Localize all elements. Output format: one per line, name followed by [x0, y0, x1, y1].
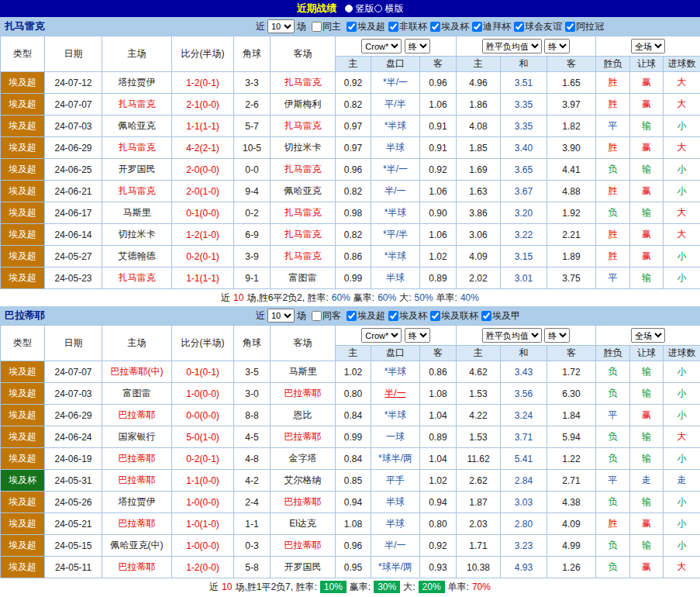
same-venue-checkbox[interactable]: [312, 311, 322, 321]
asian-handicap: *半球: [371, 116, 420, 137]
corner-count: 4-8: [234, 448, 271, 470]
stat-label: 大:: [403, 581, 415, 594]
score: 5-0(1-0): [172, 426, 234, 448]
score: 0-1(0-1): [172, 361, 234, 383]
league-checkbox[interactable]: [430, 311, 440, 321]
away-team: 扎马雷克: [271, 224, 336, 246]
league-filter[interactable]: 埃及联杯: [427, 309, 478, 323]
match-date: 24-07-12: [45, 72, 102, 94]
match-row: 埃及超24-06-24国家银行5-0(1-0)4-5巴拉蒂耶0.99一球0.89…: [1, 426, 700, 448]
asian-away-odds: 1.02: [420, 470, 457, 492]
odds-source-select[interactable]: Crow*: [361, 39, 402, 53]
league-checkbox[interactable]: [481, 311, 491, 321]
league-type-badge: 埃及杯: [1, 470, 45, 492]
away-team: 扎马雷克: [271, 159, 336, 181]
asian-home-odds: 1.02: [336, 361, 371, 383]
europe-odds-select[interactable]: 胜平负均值: [482, 39, 542, 53]
scope-select[interactable]: 全场: [631, 39, 665, 53]
asian-final-select[interactable]: 终: [405, 39, 430, 53]
league-filter[interactable]: 埃及杯: [385, 309, 427, 323]
match-row: 埃及超24-07-07扎马雷克2-1(0-0)2-6伊斯梅利0.82平/半1.0…: [1, 94, 700, 116]
section-header-team2: 巴拉蒂耶 近 10 场 同客 埃及超埃及杯埃及联杯埃及甲: [0, 306, 700, 325]
asian-away-odds: 1.06: [420, 224, 457, 246]
europe-final-select[interactable]: 终: [544, 39, 570, 53]
league-checkbox[interactable]: [514, 22, 524, 32]
league-checkbox[interactable]: [347, 311, 357, 321]
europe-odds-select[interactable]: 胜平负均值: [482, 328, 542, 343]
league-filter[interactable]: 埃及超: [343, 20, 385, 33]
sub-header-draw-odds: 和: [501, 346, 547, 361]
home-team: 切拉米卡: [102, 224, 172, 246]
handicap-result-indicator: 赢: [630, 513, 664, 535]
league-filter[interactable]: 埃及超: [343, 309, 385, 323]
europe-final-select[interactable]: 终: [544, 328, 570, 343]
scope-select[interactable]: 全场: [631, 328, 665, 343]
col-header-date: 日期: [45, 36, 102, 72]
asian-final-select[interactable]: 终: [405, 328, 430, 343]
league-filter-group: 埃及超埃及杯埃及联杯埃及甲: [343, 309, 520, 323]
col-header-away: 客场: [271, 326, 336, 361]
league-checkbox[interactable]: [347, 22, 357, 32]
layout-option[interactable]: 竖版: [345, 2, 374, 16]
radio-icon[interactable]: [374, 5, 382, 12]
asian-home-odds: 0.98: [336, 202, 371, 224]
layout-option[interactable]: 横版: [374, 2, 404, 16]
away-win-odds: 1.92: [547, 202, 596, 224]
stat-value: 40%: [460, 292, 479, 303]
recent-count-select[interactable]: 10: [267, 309, 295, 323]
asian-handicap: 半球: [371, 513, 420, 535]
match-date: 24-07-07: [45, 361, 102, 383]
score: 4-2(2-1): [172, 137, 234, 159]
goals-result-indicator: 小: [664, 492, 700, 513]
goals-result-indicator: 大: [664, 72, 700, 94]
league-filter[interactable]: 迪拜杯: [469, 20, 511, 33]
europe-odds-header-cell: 胜平负均值 终: [457, 326, 596, 346]
table-header: 类型 日期 主场 比分(半场) 角球 客场 Crow* 终 胜平负均值 终 全场…: [1, 326, 700, 361]
league-filter[interactable]: 阿拉冠: [562, 20, 604, 33]
same-venue-filter[interactable]: 同客: [309, 309, 341, 323]
home-win-odds: 3.06: [457, 224, 501, 246]
stat-value: 60%: [378, 292, 396, 303]
league-filter[interactable]: 球会友谊: [511, 20, 562, 33]
result-indicator: 负: [596, 448, 630, 470]
league-filter[interactable]: 非联杯: [385, 20, 427, 33]
asian-home-odds: 1.08: [336, 513, 371, 535]
match-date: 24-05-15: [45, 535, 102, 557]
draw-odds: 3.43: [501, 361, 547, 383]
league-type-badge: 埃及超: [1, 405, 45, 426]
home-team: 国家银行: [102, 426, 172, 448]
away-team: 巴拉蒂耶: [271, 535, 336, 557]
league-checkbox[interactable]: [472, 22, 482, 32]
radio-icon[interactable]: [345, 5, 353, 12]
league-checkbox[interactable]: [430, 22, 440, 32]
home-win-odds: 2.03: [457, 513, 501, 535]
result-indicator: 胜: [596, 94, 630, 116]
league-filter[interactable]: 埃及甲: [478, 309, 520, 323]
away-win-odds: 2.21: [547, 224, 596, 246]
league-filter[interactable]: 埃及杯: [427, 20, 469, 33]
home-team: 巴拉蒂耶: [102, 448, 172, 470]
same-venue-checkbox[interactable]: [312, 22, 322, 32]
col-header-home: 主场: [102, 36, 172, 72]
result-indicator: 平: [596, 405, 630, 426]
handicap-result-indicator: 走: [630, 470, 664, 492]
away-win-odds: 1.72: [547, 361, 596, 383]
league-checkbox[interactable]: [388, 311, 398, 321]
goals-result-indicator: 小: [664, 448, 700, 470]
match-date: 24-07-07: [45, 94, 102, 116]
corner-count: 0-2: [234, 202, 271, 224]
asian-away-odds: 0.93: [420, 557, 457, 578]
league-checkbox[interactable]: [388, 22, 398, 32]
handicap-result-indicator: 输: [630, 426, 664, 448]
same-venue-filter[interactable]: 同主: [309, 20, 341, 33]
result-indicator: 负: [596, 535, 630, 557]
handicap-result-indicator: 赢: [630, 137, 664, 159]
league-checkbox[interactable]: [565, 22, 575, 32]
asian-away-odds: 0.91: [420, 137, 457, 159]
result-indicator: 平: [596, 267, 630, 289]
draw-odds: 3.20: [501, 202, 547, 224]
match-date: 24-06-24: [45, 426, 102, 448]
odds-source-select[interactable]: Crow*: [361, 328, 402, 343]
league-type-badge: 埃及超: [1, 535, 45, 557]
recent-count-select[interactable]: 10: [267, 19, 295, 33]
